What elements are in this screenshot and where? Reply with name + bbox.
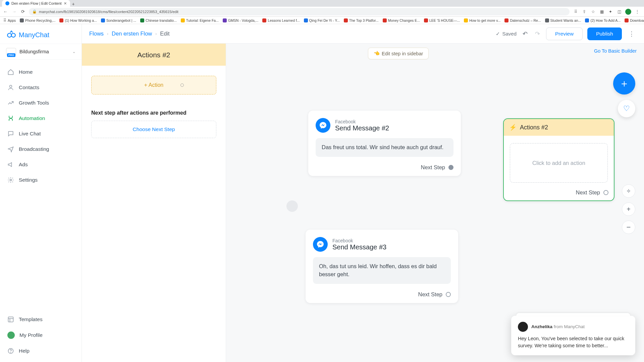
node-send-message-2[interactable]: Facebook Send Message #2 Das freut uns t… <box>308 111 461 176</box>
support-chat-popup[interactable]: Anzhelika from ManyChat Hey Leon, You've… <box>511 316 635 355</box>
profile-avatar-icon[interactable] <box>625 9 631 15</box>
bookmark-item[interactable]: Lessons Learned f... <box>262 18 300 22</box>
bookmark-item[interactable]: LEE 'S HOUSE—... <box>424 18 460 22</box>
goto-basic-builder-link[interactable]: Go To Basic Builder <box>594 48 637 54</box>
zoom-in-button[interactable]: + <box>622 202 635 216</box>
org-switcher[interactable]: PRO Bildungsfirma ⌄ <box>0 44 82 60</box>
bookmark-item[interactable]: Datenschutz – Re... <box>504 18 541 22</box>
crumb-flows[interactable]: Flows <box>89 31 104 37</box>
bookmark-item[interactable]: How to get more v... <box>464 18 500 22</box>
star-icon[interactable]: ☆ <box>590 9 596 14</box>
topbar: Flows › Den ersten Flow › Edit ✓Saved ↶ … <box>82 24 644 44</box>
edit-in-sidebar-button[interactable]: 👈Edit step in sidebar <box>368 48 429 59</box>
nav-settings[interactable]: Settings <box>0 172 82 188</box>
profile-avatar-icon <box>7 331 15 339</box>
cursor-icon <box>180 83 184 87</box>
preview-button[interactable]: Preview <box>546 27 583 40</box>
edit-panel: Actions #2 + Action Next step after acti… <box>82 44 226 362</box>
bookmark-item[interactable]: Phone Recycling,... <box>20 18 55 22</box>
brand-logo-icon <box>7 30 16 40</box>
choose-next-step-button[interactable]: Choose Next Step <box>91 121 216 138</box>
next-step-label: Next Step <box>421 164 445 171</box>
bookmark-item[interactable]: Money Changes E... <box>383 18 420 22</box>
bookmark-item[interactable]: Sonderangebot | ... <box>101 18 136 22</box>
share-icon[interactable]: ⇪ <box>582 9 587 14</box>
chevron-down-icon: ⌄ <box>72 50 75 54</box>
chat-icon <box>7 130 14 137</box>
org-avatar: PRO <box>6 48 16 55</box>
svg-rect-4 <box>8 317 13 322</box>
kebab-icon[interactable]: ⋮ <box>635 9 640 14</box>
nav-livechat[interactable]: Live Chat <box>0 126 82 141</box>
add-node-fab[interactable]: ＋ <box>613 72 635 95</box>
translate-icon[interactable]: ⠿ <box>573 9 578 14</box>
output-port[interactable] <box>448 165 453 170</box>
crumb-current: Edit <box>160 31 169 37</box>
bookmark-item[interactable]: GMSN - Vologda,... <box>223 18 258 22</box>
broadcast-icon <box>7 146 14 153</box>
bookmark-item[interactable]: Qing Fei De Yi - Y... <box>304 18 340 22</box>
undo-button[interactable]: ↶ <box>521 30 529 38</box>
bookmark-item[interactable]: (2) How To Add A... <box>585 18 621 22</box>
new-tab-button[interactable]: + <box>70 1 77 7</box>
grid-icon[interactable]: ▦ <box>599 9 604 14</box>
url-bar[interactable]: 🔒 manychat.com/fb198150208192061​8/cms/f… <box>29 8 570 15</box>
chat-avatar <box>518 322 528 332</box>
next-step-label: Next Step <box>418 291 442 298</box>
svg-point-2 <box>10 85 12 87</box>
bookmark-item[interactable]: The Top 3 Platfor... <box>344 18 379 22</box>
pin-icon[interactable]: ◫ <box>616 9 622 14</box>
node-platform: Facebook <box>332 238 386 243</box>
message-text: Das freut uns total. Wir sind heute auch… <box>316 138 453 157</box>
apps-button[interactable]: ⠿ Apps <box>3 18 16 23</box>
nav-help[interactable]: Help <box>0 343 82 359</box>
bookmarks-bar: ⠿ AppsPhone Recycling,...(1) How Working… <box>0 17 644 24</box>
tab-close-icon[interactable]: ✕ <box>64 1 67 6</box>
nav-forward-icon[interactable]: → <box>11 9 17 14</box>
crumb-flowname[interactable]: Den ersten Flow <box>112 31 152 37</box>
chat-author: Anzhelika <box>531 324 552 329</box>
publish-button[interactable]: Publish <box>587 27 622 40</box>
output-port[interactable] <box>603 190 608 195</box>
nav-profile[interactable]: My Profile <box>0 327 82 343</box>
brand[interactable]: ManyChat <box>0 24 82 44</box>
node-title: Send Message #3 <box>332 243 386 251</box>
node-actions-2[interactable]: ⚡Actions #2 Click to add an action Next … <box>503 118 614 201</box>
next-step-label: Next Step <box>576 189 600 196</box>
bookmark-item[interactable]: (1) How Working a... <box>59 18 97 22</box>
bookmark-item[interactable]: Student Wants an... <box>545 18 581 22</box>
nav-reload-icon[interactable]: ⟳ <box>20 9 25 14</box>
puzzle-icon[interactable]: ✦ <box>608 9 613 14</box>
nav-home[interactable]: Home <box>0 64 82 80</box>
nav-templates[interactable]: Templates <box>0 312 82 327</box>
favorite-fab[interactable]: ♡ <box>618 100 635 117</box>
next-step-heading: Next step after actions are performed <box>91 110 216 116</box>
collapsed-node-handle[interactable] <box>286 200 298 212</box>
add-action-placeholder[interactable]: Click to add an action <box>510 143 608 183</box>
nav-automation[interactable]: Automation <box>0 111 82 126</box>
auto-layout-button[interactable]: ✧ <box>622 184 635 198</box>
bookmark-item[interactable]: Tutorial: Eigene Fa... <box>181 18 219 22</box>
nav-ads[interactable]: Ads <box>0 157 82 172</box>
messenger-icon <box>313 237 328 252</box>
bookmark-item[interactable]: Chinese translatio... <box>140 18 177 22</box>
more-menu-icon[interactable]: ⋮ <box>627 30 637 38</box>
ads-icon <box>7 161 14 168</box>
add-action-button[interactable]: + Action <box>91 76 216 95</box>
nav-growth[interactable]: Growth Tools <box>0 95 82 111</box>
tab-favicon <box>5 1 9 5</box>
flow-canvas[interactable]: 👈Edit step in sidebar Go To Basic Builde… <box>226 44 644 362</box>
nav-broadcasting[interactable]: Broadcasting <box>0 141 82 157</box>
browser-tab[interactable]: Den ersten Flow | Edit Content ✕ <box>2 0 70 7</box>
nav-contacts[interactable]: Contacts <box>0 80 82 95</box>
svg-point-0 <box>7 33 11 37</box>
brand-name: ManyChat <box>19 31 49 39</box>
nav-back-icon[interactable]: ← <box>3 9 8 14</box>
bookmark-item[interactable]: Download - Cooki... <box>625 18 644 22</box>
node-send-message-3[interactable]: Facebook Send Message #3 Oh, das tut uns… <box>306 230 458 303</box>
output-port[interactable] <box>446 292 451 297</box>
zoom-out-button[interactable]: − <box>622 221 635 234</box>
messenger-icon <box>316 118 330 133</box>
lock-icon: 🔒 <box>32 9 37 14</box>
saved-indicator: ✓Saved <box>496 31 517 37</box>
